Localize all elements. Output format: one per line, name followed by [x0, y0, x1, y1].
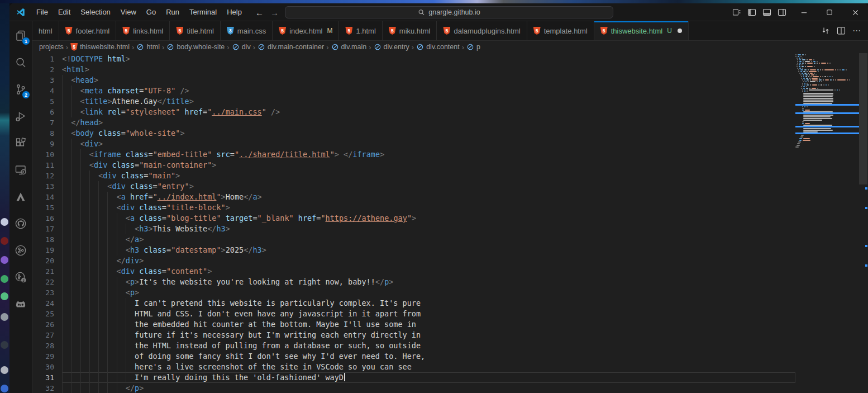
line-number[interactable]: 20 [32, 255, 62, 266]
scrollbar-slider[interactable] [859, 53, 867, 184]
line-number[interactable]: 10 [32, 149, 62, 160]
line-number[interactable]: 12 [32, 171, 62, 181]
line-number[interactable]: 22 [32, 277, 62, 287]
line-number[interactable]: 19 [32, 245, 62, 255]
code-line-31[interactable]: I'm really doing this the 'old-fashioned… [62, 372, 795, 383]
activity-item-godot[interactable] [9, 291, 32, 318]
code-line-5[interactable]: <title>Athene.Gay</title> [62, 96, 795, 107]
line-number[interactable]: 32 [32, 383, 62, 393]
tab-title.html[interactable]: 5title.html [170, 21, 220, 40]
menu-view[interactable]: View [116, 3, 141, 21]
line-number[interactable]: 3 [32, 75, 62, 86]
breadcrumb-item-html[interactable]: html [136, 43, 160, 51]
code-line-26[interactable]: the embedded hit counter at the bottom. … [62, 319, 795, 330]
breadcrumb-item-body.whole-site[interactable]: body.whole-site [166, 43, 225, 51]
line-number[interactable]: 15 [32, 202, 62, 213]
menu-selection[interactable]: Selection [75, 3, 115, 21]
line-number[interactable]: 4 [32, 86, 62, 96]
tab-1.html[interactable]: 51.html [339, 21, 382, 40]
code-line-15[interactable]: <div class="title-block"> [62, 202, 795, 213]
code-line-10[interactable]: <iframe class="embed-title" src="../shar… [62, 149, 795, 160]
line-number[interactable]: 14 [32, 192, 62, 202]
line-number[interactable]: 9 [32, 139, 62, 149]
vertical-scrollbar[interactable] [859, 53, 868, 393]
menu-help[interactable]: Help [222, 3, 247, 21]
breadcrumb-item-div.entry[interactable]: div.entry [374, 43, 409, 51]
code-line-24[interactable]: I can't pretend this website is particul… [62, 298, 795, 309]
code-line-32[interactable]: </p> [62, 383, 795, 393]
code-line-20[interactable]: </div> [62, 255, 795, 266]
toggle-panel-left-icon[interactable] [747, 8, 756, 17]
tab-index.html[interactable]: 5index.htmlM [273, 21, 339, 40]
activity-item-github[interactable] [9, 210, 32, 237]
activity-item-run-debug[interactable] [9, 103, 32, 130]
code-line-2[interactable]: <html> [62, 64, 795, 75]
code-line-29[interactable]: of doing some fancy shit I don't see why… [62, 351, 795, 362]
activity-item-triangle-a[interactable] [9, 183, 32, 210]
code-line-17[interactable]: <h3>This Website</h3> [62, 224, 795, 234]
code-line-8[interactable]: <body class="whole-site"> [62, 128, 795, 139]
line-number[interactable]: 5 [32, 96, 62, 107]
vscode-logo-icon[interactable] [16, 7, 26, 17]
code-line-1[interactable]: <!DOCTYPE html> [62, 54, 795, 64]
customize-layout-icon[interactable] [732, 8, 741, 17]
minimize-button[interactable] [791, 3, 817, 21]
line-number[interactable]: 16 [32, 213, 62, 224]
line-number[interactable]: 18 [32, 234, 62, 245]
line-number[interactable]: 29 [32, 351, 62, 362]
toggle-panel-bottom-icon[interactable] [762, 8, 771, 17]
menu-edit[interactable]: Edit [53, 3, 75, 21]
line-number[interactable]: 11 [32, 160, 62, 171]
open-changes-icon[interactable] [821, 26, 830, 35]
code-line-3[interactable]: <head> [62, 75, 795, 86]
breadcrumb-item-div.content[interactable]: div.content [416, 43, 460, 51]
code-line-13[interactable]: <div class="entry"> [62, 181, 795, 192]
line-number[interactable]: 8 [32, 128, 62, 139]
line-number[interactable]: 25 [32, 309, 62, 319]
breadcrumb-item-div.main[interactable]: div.main [331, 43, 367, 51]
code-line-12[interactable]: <div class="main"> [62, 171, 795, 181]
code-line-14[interactable]: <a href="../index.html">Home</a> [62, 192, 795, 202]
menu-run[interactable]: Run [161, 3, 184, 21]
minimap[interactable] [795, 53, 859, 393]
close-button[interactable] [842, 3, 868, 21]
code-line-6[interactable]: <link rel="stylesheet" href="../main.css… [62, 107, 795, 117]
code-line-21[interactable]: <div class="content"> [62, 266, 795, 277]
command-center-search[interactable]: gnargle.github.io [285, 6, 613, 18]
tab-links.html[interactable]: 5links.html [116, 21, 170, 40]
tab-template.html[interactable]: 5template.html [527, 21, 594, 40]
activity-item-git-graph[interactable] [9, 237, 32, 264]
tab-thiswebsite.html[interactable]: 5thiswebsite.htmlU [594, 21, 689, 40]
code-line-18[interactable]: </a> [62, 234, 795, 245]
code-line-19[interactable]: <h3 class="datestamp">2025</h3> [62, 245, 795, 255]
line-number[interactable]: 21 [32, 266, 62, 277]
line-number[interactable]: 6 [32, 107, 62, 117]
code-line-27[interactable]: future if it's necessary but I'm writing… [62, 330, 795, 340]
activity-item-search[interactable] [9, 49, 32, 76]
back-arrow-icon[interactable]: ← [255, 8, 264, 17]
activity-item-remote-explorer[interactable] [9, 157, 32, 183]
code-line-30[interactable]: here's a live screenshot of the site in … [62, 362, 795, 372]
line-number[interactable]: 30 [32, 362, 62, 372]
code-line-11[interactable]: <div class="main-container"> [62, 160, 795, 171]
code-line-23[interactable]: <p> [62, 287, 795, 298]
breadcrumb-item-div[interactable]: div [232, 43, 251, 51]
line-number[interactable]: 17 [32, 224, 62, 234]
line-number[interactable]: 31 [32, 372, 62, 383]
tab-html[interactable]: html [32, 21, 59, 40]
code-line-9[interactable]: <div> [62, 139, 795, 149]
breadcrumb-item-thiswebsite.html[interactable]: 5thiswebsite.html [70, 43, 130, 51]
menu-terminal[interactable]: Terminal [184, 3, 222, 21]
line-number[interactable]: 2 [32, 64, 62, 75]
tab-dalamudplugins.html[interactable]: 5dalamudplugins.html [437, 21, 527, 40]
tab-main.css[interactable]: 3main.css [221, 21, 273, 40]
forward-arrow-icon[interactable]: → [270, 8, 279, 17]
breadcrumb-item-div.main-container[interactable]: div.main-container [257, 43, 324, 51]
code-line-22[interactable]: <p>It's the website you're looking at ri… [62, 277, 795, 287]
code-line-7[interactable]: </head> [62, 117, 795, 128]
activity-item-source-control[interactable]: 2 [9, 76, 32, 103]
toggle-panel-right-icon[interactable] [778, 8, 786, 17]
breadcrumb-item-p[interactable]: p [466, 43, 480, 51]
code-line-25[interactable]: HTML and CSS. I don't even have any java… [62, 309, 795, 319]
activity-item-files[interactable]: 1 [9, 22, 32, 49]
